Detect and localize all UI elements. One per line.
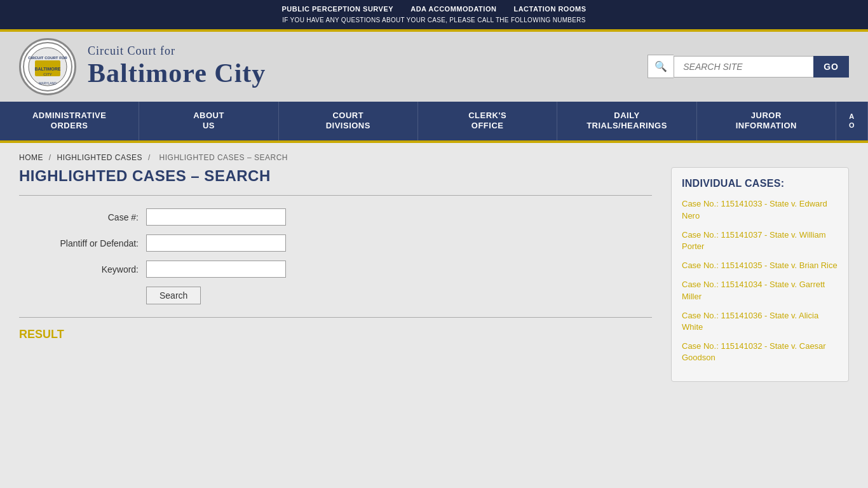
main-content: HIGHLIGHTED CASES – SEARCH Case #: Plant… [0,167,868,407]
right-panel: INDIVIDUAL CASES: Case No.: 115141033 - … [671,167,849,382]
individual-cases-box: INDIVIDUAL CASES: Case No.: 115141033 - … [671,167,849,382]
case-link-2[interactable]: Case No.: 115141035 - State v. Brian Ric… [682,260,838,271]
case-link-4[interactable]: Case No.: 115141036 - State v. Alicia Wh… [682,310,838,333]
title-divider [19,195,652,196]
search-button[interactable]: Search [146,287,201,304]
left-panel: HIGHLIGHTED CASES – SEARCH Case #: Plant… [19,167,652,382]
search-icon: 🔍 [654,60,667,72]
case-link-1[interactable]: Case No.: 115141037 - State v. William P… [682,229,838,252]
case-number-row: Case #: [19,208,652,226]
ada-link[interactable]: ADA ACCOMMODATION [410,5,496,13]
breadcrumb-highlighted[interactable]: HIGHLIGHTED CASES [57,153,143,162]
court-main-title: Baltimore City [88,58,266,88]
main-nav: ADMINISTRATIVEORDERS ABOUTUS COURTDIVISI… [0,102,868,144]
nav-court-divisions[interactable]: COURTDIVISIONS [279,102,418,141]
page-title: HIGHLIGHTED CASES – SEARCH [19,167,652,185]
svg-text:MARYLAND: MARYLAND [39,81,57,85]
search-go-button[interactable]: GO [813,56,849,78]
court-seal: CIRCUIT COURT FOR BALTIMORE CITY MARYLAN… [19,38,76,95]
public-survey-link[interactable]: PUBLIC PERCEPTION SURVEY [282,5,394,13]
case-number-label: Case #: [19,212,146,222]
case-link-0[interactable]: Case No.: 115141033 - State v. Edward Ne… [682,198,838,221]
case-link-3[interactable]: Case No.: 115141034 - State v. Garrett M… [682,279,838,302]
plaintiff-label: Plantiff or Defendat: [19,238,146,248]
search-form: Case #: Plantiff or Defendat: Keyword: S… [19,208,652,304]
nav-juror-information[interactable]: JURORINFORMATION [697,102,836,141]
nav-administrative-orders[interactable]: ADMINISTRATIVEORDERS [0,102,139,141]
court-title-block: Circuit Court for Baltimore City [88,44,266,88]
keyword-row: Keyword: [19,261,652,278]
search-button-row: Search [19,287,652,304]
site-search-box: 🔍 GO [648,55,849,78]
nav-clerks-office[interactable]: CLERK'SOFFICE [418,102,557,141]
search-icon-wrapper: 🔍 [648,55,674,78]
notice-text: IF YOU HAVE ANY QUESTIONS ABOUT YOUR CAS… [6,15,862,25]
site-header: CIRCUIT COURT FOR BALTIMORE CITY MARYLAN… [0,32,868,102]
svg-text:BALTIMORE: BALTIMORE [34,67,60,71]
plaintiff-row: Plantiff or Defendat: [19,234,652,252]
cases-box-title: INDIVIDUAL CASES: [682,178,838,189]
nav-daily-trials[interactable]: DAILYTRIALS/HEARINGS [557,102,696,141]
breadcrumb-sep1: / [49,153,51,162]
nav-about-us[interactable]: ABOUTUS [139,102,278,141]
breadcrumb: HOME / HIGHLIGHTED CASES / HIGHLIGHTED C… [0,143,868,167]
search-input[interactable] [674,56,813,78]
case-link-5[interactable]: Case No.: 115141032 - State v. Caesar Go… [682,341,838,363]
seal-svg: CIRCUIT COURT FOR BALTIMORE CITY MARYLAN… [22,41,73,92]
breadcrumb-sep2: / [148,153,151,162]
svg-text:CIRCUIT COURT FOR: CIRCUIT COURT FOR [28,56,67,60]
result-label: RESULT [19,317,652,341]
plaintiff-input[interactable] [146,234,286,252]
logo-area: CIRCUIT COURT FOR BALTIMORE CITY MARYLAN… [19,38,266,95]
breadcrumb-current: HIGHLIGHTED CASES – SEARCH [159,153,288,162]
keyword-input[interactable] [146,261,286,278]
svg-text:CITY: CITY [43,72,52,76]
case-number-input[interactable] [146,208,286,226]
court-subtitle: Circuit Court for [88,44,266,58]
nav-extra[interactable]: AO [836,102,868,141]
lactation-link[interactable]: LACTATION ROOMS [513,5,586,13]
top-bar: PUBLIC PERCEPTION SURVEY ADA ACCOMMODATI… [0,0,868,29]
breadcrumb-home[interactable]: HOME [19,153,43,162]
keyword-label: Keyword: [19,264,146,274]
